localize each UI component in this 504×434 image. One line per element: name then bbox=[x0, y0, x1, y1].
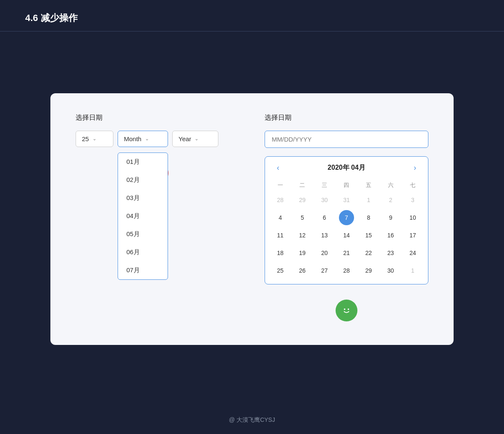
calendar-day[interactable]: 23 bbox=[383, 245, 398, 260]
next-month-button[interactable]: › bbox=[410, 163, 420, 173]
calendar-day[interactable]: 24 bbox=[405, 245, 420, 260]
calendar-title: 2020年 04月 bbox=[328, 163, 365, 172]
month-item-03[interactable]: 03月 bbox=[118, 189, 168, 207]
calendar-day[interactable]: 2 bbox=[383, 192, 398, 208]
right-panel: 选择日期 ‹ 2020年 04月 › 一 二 三 四 五 六 七 bbox=[265, 113, 428, 321]
calendar-day[interactable]: 26 bbox=[295, 263, 310, 278]
right-panel-label: 选择日期 bbox=[265, 113, 428, 122]
left-panel: 选择日期 25 ⌄ Month ⌄ 01月 02月 03月 bbox=[76, 113, 239, 321]
chevron-down-icon: ⌄ bbox=[145, 136, 149, 142]
day-select[interactable]: 25 ⌄ bbox=[76, 131, 113, 147]
calendar-day[interactable]: 4 bbox=[273, 210, 288, 225]
calendar-day[interactable]: 19 bbox=[295, 245, 310, 260]
year-placeholder: Year bbox=[178, 135, 191, 142]
prev-month-button[interactable]: ‹ bbox=[273, 163, 283, 173]
page-footer: @ 大漠飞鹰CYSJ bbox=[0, 406, 504, 434]
card: 选择日期 25 ⌄ Month ⌄ 01月 02月 03月 bbox=[50, 93, 454, 345]
weekday-mon: 一 bbox=[269, 179, 291, 192]
calendar: ‹ 2020年 04月 › 一 二 三 四 五 六 七 282930311234… bbox=[265, 156, 428, 284]
weekday-sat: 六 bbox=[380, 179, 402, 192]
calendar-day[interactable]: 18 bbox=[273, 245, 288, 260]
calendar-day[interactable]: 22 bbox=[361, 245, 376, 260]
month-item-04[interactable]: 04月 bbox=[118, 207, 168, 225]
month-item-05[interactable]: 05月 bbox=[118, 225, 168, 243]
chevron-down-icon: ⌄ bbox=[194, 136, 199, 142]
calendar-day[interactable]: 30 bbox=[383, 263, 398, 278]
calendar-day[interactable]: 31 bbox=[339, 192, 354, 208]
good-face-icon bbox=[336, 300, 357, 321]
calendar-day[interactable]: 27 bbox=[317, 263, 332, 278]
weekday-sun: 七 bbox=[402, 179, 424, 192]
calendar-days: 2829303112345678910111213141516171819202… bbox=[265, 192, 428, 284]
calendar-day[interactable]: 16 bbox=[383, 228, 398, 243]
calendar-weekdays: 一 二 三 四 五 六 七 bbox=[265, 179, 428, 192]
weekday-fri: 五 bbox=[357, 179, 380, 192]
date-input[interactable] bbox=[265, 131, 428, 148]
weekday-tue: 二 bbox=[291, 179, 314, 192]
calendar-day[interactable]: 28 bbox=[273, 192, 288, 208]
calendar-day[interactable]: 12 bbox=[295, 228, 310, 243]
weekday-wed: 三 bbox=[313, 179, 336, 192]
month-placeholder: Month bbox=[124, 135, 142, 142]
calendar-header: ‹ 2020年 04月 › bbox=[265, 157, 428, 179]
calendar-day[interactable]: 30 bbox=[317, 192, 332, 208]
month-item-02[interactable]: 02月 bbox=[118, 171, 168, 189]
svg-point-2 bbox=[344, 308, 346, 310]
svg-point-3 bbox=[348, 308, 349, 310]
calendar-day[interactable]: 13 bbox=[317, 228, 332, 243]
month-dropdown-list: 01月 02月 03月 04月 05月 06月 07月 bbox=[118, 153, 168, 280]
calendar-day[interactable]: 5 bbox=[295, 210, 310, 225]
month-item-01[interactable]: 01月 bbox=[118, 153, 168, 171]
month-item-07[interactable]: 07月 bbox=[118, 261, 168, 279]
calendar-day[interactable]: 11 bbox=[273, 228, 288, 243]
calendar-day[interactable]: 14 bbox=[339, 228, 354, 243]
select-row: 25 ⌄ Month ⌄ 01月 02月 03月 04月 05月 0 bbox=[76, 131, 239, 147]
calendar-day[interactable]: 21 bbox=[339, 245, 354, 260]
calendar-day[interactable]: 29 bbox=[295, 192, 310, 208]
calendar-day[interactable]: 8 bbox=[361, 210, 376, 225]
calendar-day[interactable]: 25 bbox=[273, 263, 288, 278]
calendar-day[interactable]: 9 bbox=[383, 210, 398, 225]
day-value: 25 bbox=[82, 135, 89, 142]
page-content: 选择日期 25 ⌄ Month ⌄ 01月 02月 03月 bbox=[0, 32, 504, 406]
calendar-day[interactable]: 29 bbox=[361, 263, 376, 278]
calendar-day[interactable]: 3 bbox=[405, 192, 420, 208]
month-item-06[interactable]: 06月 bbox=[118, 243, 168, 261]
page-title: 4.6 减少操作 bbox=[25, 13, 78, 23]
calendar-day[interactable]: 20 bbox=[317, 245, 332, 260]
left-panel-label: 选择日期 bbox=[76, 113, 239, 122]
month-dropdown-wrapper: Month ⌄ 01月 02月 03月 04月 05月 06月 07月 bbox=[118, 131, 168, 147]
footer-text: @ 大漠飞鹰CYSJ bbox=[229, 416, 275, 423]
calendar-day[interactable]: 28 bbox=[339, 263, 354, 278]
year-select[interactable]: Year ⌄ bbox=[172, 131, 218, 147]
chevron-down-icon: ⌄ bbox=[92, 136, 97, 142]
calendar-day[interactable]: 7 bbox=[339, 210, 354, 225]
calendar-day[interactable]: 6 bbox=[317, 210, 332, 225]
calendar-day[interactable]: 17 bbox=[405, 228, 420, 243]
calendar-day[interactable]: 15 bbox=[361, 228, 376, 243]
happy-face-svg bbox=[341, 305, 352, 316]
calendar-day[interactable]: 10 bbox=[405, 210, 420, 225]
calendar-day[interactable]: 1 bbox=[405, 263, 420, 278]
weekday-thu: 四 bbox=[336, 179, 358, 192]
page-header: 4.6 减少操作 bbox=[0, 0, 504, 32]
month-select[interactable]: Month ⌄ bbox=[118, 131, 168, 147]
good-face-icon-wrapper bbox=[265, 300, 428, 321]
calendar-day[interactable]: 1 bbox=[361, 192, 376, 208]
